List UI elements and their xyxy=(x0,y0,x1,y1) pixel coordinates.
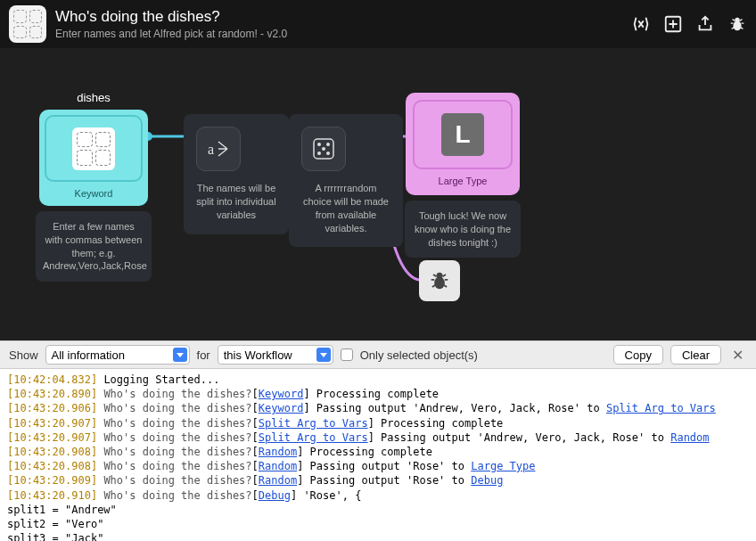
dice-icon xyxy=(312,137,335,160)
debug-toolbar: Show All information for this Workflow O… xyxy=(0,340,756,369)
scope-select[interactable]: this Workflow xyxy=(218,345,333,365)
only-selected-label: Only selected object(s) xyxy=(360,348,478,362)
keyword-node-title: dishes xyxy=(77,91,111,104)
workflow-header: Who's doing the dishes? Enter names and … xyxy=(0,0,756,48)
svg-point-6 xyxy=(317,143,321,146)
split-node[interactable]: a The names will be split into individua… xyxy=(184,114,289,234)
workflow-icon xyxy=(9,5,46,43)
svg-point-8 xyxy=(322,147,325,151)
keyword-desc: Enter a few names with commas between th… xyxy=(36,211,152,282)
random-desc: A rrrrrrrandom choice will be made from … xyxy=(301,182,390,234)
add-icon[interactable] xyxy=(663,14,683,34)
show-label: Show xyxy=(9,348,38,362)
svg-point-7 xyxy=(326,143,330,146)
bug-icon[interactable] xyxy=(727,14,747,34)
chevron-down-icon xyxy=(173,348,187,362)
keyword-sublabel: Keyword xyxy=(45,187,143,201)
largetype-sublabel: Large Type xyxy=(413,175,513,188)
only-selected-checkbox[interactable] xyxy=(341,348,353,361)
svg-text:a: a xyxy=(208,142,214,157)
workflow-canvas[interactable]: dishes Keyword Enter a few names with co… xyxy=(0,48,756,340)
chevron-down-icon xyxy=(316,348,331,362)
filter-select[interactable]: All information xyxy=(45,345,190,365)
close-icon[interactable]: ✕ xyxy=(728,347,747,364)
workflow-title: Who's doing the dishes? xyxy=(55,8,631,26)
share-icon[interactable] xyxy=(695,14,715,34)
for-label: for xyxy=(197,348,210,362)
debug-node[interactable] xyxy=(419,260,460,301)
svg-point-2 xyxy=(735,18,740,23)
bug-node-icon xyxy=(427,268,452,293)
svg-point-10 xyxy=(326,152,330,155)
clear-button[interactable]: Clear xyxy=(670,345,721,365)
largetype-node[interactable]: L Large Type Tough luck! We now know who… xyxy=(405,93,521,258)
debug-console[interactable]: [10:42:04.832] Logging Started...[10:43:… xyxy=(0,369,756,541)
svg-point-9 xyxy=(317,152,321,155)
variables-icon[interactable] xyxy=(631,14,651,34)
svg-point-12 xyxy=(437,273,443,279)
keyword-node[interactable]: dishes Keyword Enter a few names with co… xyxy=(36,91,152,282)
largetype-desc: Tough luck! We now know who is doing the… xyxy=(405,201,521,258)
copy-button[interactable]: Copy xyxy=(613,345,663,365)
split-icon: a xyxy=(206,138,231,160)
random-node[interactable]: A rrrrrrrandom choice will be made from … xyxy=(289,114,403,247)
workflow-subtitle: Enter names and let Alfred pick at rando… xyxy=(55,28,631,40)
split-desc: The names will be split into individual … xyxy=(196,182,276,222)
